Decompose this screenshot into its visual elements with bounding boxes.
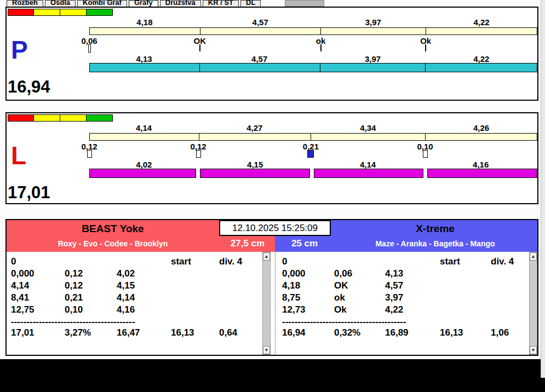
indicator-light xyxy=(8,114,34,122)
mark-square-icon xyxy=(196,150,201,158)
dog-bar-segment xyxy=(314,169,423,178)
split-bar-segment xyxy=(90,134,199,140)
dog-times-bar xyxy=(89,63,537,72)
table-cell: 4,02 xyxy=(117,268,135,279)
table-cell: div. 4 xyxy=(219,256,242,267)
jump-height: 25 cm xyxy=(276,237,333,250)
lane-total-time: 16,94 xyxy=(8,78,50,96)
table-cell: 4,57 xyxy=(385,280,403,291)
tab-osdla[interactable]: Osdla xyxy=(45,0,76,7)
split-time-value: 4,26 xyxy=(460,123,503,132)
dog-time-value: 4,02 xyxy=(122,160,166,169)
dog-bar-segment xyxy=(90,64,199,72)
table-cell: 12,73 xyxy=(282,304,306,315)
table-cell: 16,89 xyxy=(385,327,409,338)
results-table-right: 0startdiv. 40,0000,064,134,18OK4,578,75o… xyxy=(277,252,537,355)
tab-label: Kombi Graf xyxy=(83,0,122,7)
tab-dl[interactable]: DL xyxy=(240,0,261,7)
dog-time-value: 4,57 xyxy=(238,54,282,64)
split-bar-segment xyxy=(199,134,311,140)
table-cell: 0,32% xyxy=(334,327,360,338)
results-panel: BEAST YokeRoxy - Evo - Codee - Brooklyn2… xyxy=(5,219,538,356)
mark-square-filled-icon xyxy=(307,150,314,158)
table-cell: OK xyxy=(334,280,348,291)
split-time-value: 4,18 xyxy=(123,18,167,27)
table-cell: 3,97 xyxy=(385,292,403,303)
table-cell: ok xyxy=(334,292,345,303)
scrollbar-down-icon[interactable]: ▼ xyxy=(263,346,270,354)
table-cell: div. 4 xyxy=(491,256,514,267)
dog-bar-segment xyxy=(425,64,537,72)
mark-square-icon xyxy=(423,150,428,158)
dog-time-value: 3,97 xyxy=(351,54,394,64)
team-name: X-treme xyxy=(333,221,537,237)
run-indicator-lights xyxy=(8,114,113,122)
dog-time-value: 4,16 xyxy=(459,160,503,169)
table-cell: 4,14 xyxy=(117,292,135,303)
indicator-light xyxy=(60,114,87,122)
team-name: BEAST Yoke xyxy=(7,221,219,237)
table-cell: 0,12 xyxy=(65,268,83,279)
split-time-value: 4,27 xyxy=(233,123,277,132)
dog-bar-segment xyxy=(199,64,320,72)
tab-label: Rozbeh xyxy=(12,0,38,7)
table-cell: 0,21 xyxy=(65,292,83,303)
mark-line-icon xyxy=(320,44,322,51)
split-bar xyxy=(89,133,537,141)
tab-grafy[interactable]: Grafy xyxy=(129,0,158,7)
tab-label: Grafy xyxy=(134,0,153,7)
indicator-light xyxy=(34,114,60,122)
table-cell: 0,000 xyxy=(11,268,35,279)
datetime-display: 12.10.2025 15:25:09 xyxy=(219,220,331,236)
split-bar-segment xyxy=(426,28,537,34)
split-bar-segment xyxy=(90,28,200,34)
table-divider-dashes: ---------------------------------------- xyxy=(11,316,135,327)
table-cell: 16,13 xyxy=(171,327,194,338)
dog-time-value: 4,22 xyxy=(460,54,503,64)
indicator-light xyxy=(87,9,113,16)
lane-panel-left: 4,144,274,344,260,120,120,210,104,024,15… xyxy=(5,112,538,204)
scrollbar-up-icon[interactable]: ▲ xyxy=(263,252,270,261)
top-scrollbar-thumb[interactable] xyxy=(285,0,324,7)
tab-dru-stv-[interactable]: Družstvá xyxy=(160,0,201,7)
split-time-value: 4,34 xyxy=(346,123,390,132)
lane-letter: L xyxy=(11,143,26,168)
table-scrollbar[interactable]: ▲▼ xyxy=(529,252,537,355)
table-cell: start xyxy=(171,256,191,267)
indicator-light xyxy=(60,9,87,16)
split-bar-segment xyxy=(311,134,424,140)
tab-label: KR / ST xyxy=(208,0,233,7)
lane-panel-right: 4,184,573,974,220,06OKokOk4,134,573,974,… xyxy=(5,7,538,101)
split-time-value: 3,97 xyxy=(351,18,395,27)
dog-bar-segment xyxy=(89,169,196,178)
table-cell: 0,64 xyxy=(219,327,237,338)
table-cell: start xyxy=(440,256,460,267)
table-cell: Ok xyxy=(334,304,347,315)
table-cell: 0,10 xyxy=(65,304,83,315)
dog-bar-segment xyxy=(427,169,537,178)
dog-bar-segment xyxy=(200,169,310,178)
tab-rozbeh[interactable]: Rozbeh xyxy=(7,0,43,7)
table-cell: 4,15 xyxy=(117,280,135,291)
table-divider-line xyxy=(275,252,276,355)
table-cell: 4,22 xyxy=(385,304,403,315)
split-bar-segment xyxy=(425,134,537,140)
scrollbar-up-icon[interactable]: ▲ xyxy=(530,252,537,261)
table-cell: 4,13 xyxy=(385,268,403,279)
indicator-light xyxy=(8,9,34,16)
team-dogs-list: Roxy - Evo - Codee - Brooklyn xyxy=(7,237,219,250)
tab-kombi-graf[interactable]: Kombi Graf xyxy=(77,0,127,7)
table-cell: 8,75 xyxy=(282,292,300,303)
table-scrollbar[interactable]: ▲▼ xyxy=(262,252,271,355)
window-edge-scroll-area[interactable] xyxy=(541,0,545,378)
tab-kr-st[interactable]: KR / ST xyxy=(203,0,239,7)
split-bar-segment xyxy=(320,28,425,34)
dog-time-value: 4,14 xyxy=(346,160,390,169)
split-time-value: 4,14 xyxy=(122,123,166,132)
split-time-value: 4,22 xyxy=(460,18,503,27)
indicator-light xyxy=(87,114,113,122)
screen: RozbehOsdlaKombi GrafGrafyDružstváKR / S… xyxy=(0,0,545,392)
scrollbar-down-icon[interactable]: ▼ xyxy=(530,346,537,354)
mark-square-icon xyxy=(87,150,92,158)
table-cell: 0,000 xyxy=(282,268,306,279)
